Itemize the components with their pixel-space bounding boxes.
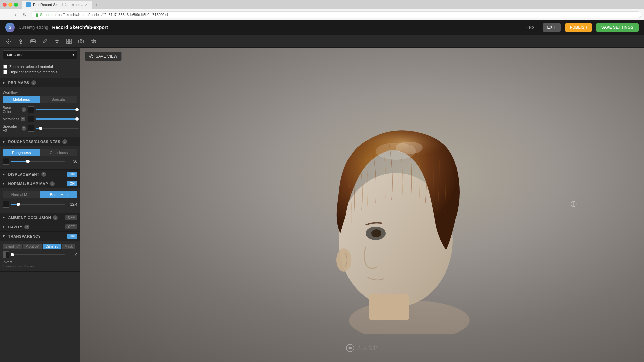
svg-point-18: [371, 229, 381, 237]
specular-tab[interactable]: Specular: [40, 96, 78, 103]
browser-chrome: Edit Record Sketchfab-expor... ✕ + ‹ › ↻…: [0, 0, 644, 20]
transparency-content: Blending* Additive* Dithered Mask 0 Inve…: [0, 241, 80, 272]
specular-help-icon[interactable]: ?: [22, 126, 26, 131]
cavity-toggle[interactable]: OFF: [65, 224, 77, 229]
transparency-swatch[interactable]: [3, 251, 9, 258]
roughness-section-header[interactable]: ▾ ROUGHNESS/GLOSSINESS ?: [0, 137, 80, 146]
highlight-checkbox[interactable]: [3, 70, 7, 74]
zoom-checkbox[interactable]: [3, 65, 7, 69]
help-button[interactable]: Help: [521, 23, 539, 32]
displacement-chevron-icon: ▸: [3, 172, 5, 176]
material-selector: hair-cards ▾: [0, 48, 80, 62]
base-color-slider[interactable]: [36, 109, 79, 110]
displacement-toggle[interactable]: ON: [67, 172, 77, 177]
normal-bump-section-header[interactable]: ▾ NORMAL/BUMP MAP ? ON: [0, 179, 80, 188]
roughness-swatch[interactable]: [3, 158, 9, 165]
close-button[interactable]: [3, 3, 7, 7]
ao-chevron-icon: ▸: [3, 215, 5, 220]
svg-point-2: [20, 40, 22, 42]
normal-bump-label: NORMAL/BUMP MAP: [8, 182, 48, 186]
back-button[interactable]: ‹: [3, 11, 9, 18]
checkbox-group: Zoom on selected material Highlight sele…: [0, 62, 80, 78]
settings-icon[interactable]: [4, 37, 13, 46]
save-settings-button[interactable]: SAVE SETTINGS: [596, 23, 639, 32]
ao-toggle[interactable]: OFF: [65, 215, 77, 220]
workflow-label: Workflow: [3, 90, 77, 94]
normal-swatch[interactable]: [3, 201, 9, 208]
highlight-checkbox-row[interactable]: Highlight selectable materials: [3, 70, 77, 74]
transparency-toggle[interactable]: ON: [67, 234, 77, 239]
cavity-section-header[interactable]: ▸ CAVITY ? OFF: [0, 222, 80, 232]
normal-slider[interactable]: [11, 204, 65, 205]
svg-rect-8: [67, 42, 69, 44]
reload-button[interactable]: ↻: [21, 11, 28, 18]
pin-icon[interactable]: [16, 37, 25, 46]
cavity-chevron-icon: ▸: [3, 225, 5, 229]
metalness-tab[interactable]: Metalness: [3, 96, 40, 103]
roughness-help-icon[interactable]: ?: [62, 139, 67, 144]
transparency-slider[interactable]: [11, 254, 65, 255]
audio-icon[interactable]: [89, 37, 98, 46]
tab-close-icon[interactable]: ✕: [85, 3, 88, 7]
transparency-slider-row: 0: [3, 251, 77, 258]
active-tab[interactable]: Edit Record Sketchfab-expor... ✕: [22, 1, 92, 9]
specular-swatch[interactable]: [28, 125, 34, 132]
secure-badge: Secure: [35, 13, 52, 17]
base-color-swatch[interactable]: [28, 106, 34, 113]
roughness-slider-row: 30: [3, 158, 77, 165]
roughness-tabs: Roughness Glossiness: [3, 149, 77, 156]
normal-map-tab[interactable]: Normal Map: [3, 191, 40, 198]
roughness-tab[interactable]: Roughness: [3, 149, 40, 156]
metalness-slider[interactable]: [36, 118, 79, 120]
blending-button[interactable]: Blending*: [3, 244, 22, 249]
viewport-background: 人人素材: [80, 48, 644, 362]
roughness-slider[interactable]: [11, 161, 65, 162]
specular-slider[interactable]: [36, 128, 79, 129]
normal-value: 12.4: [67, 202, 77, 206]
cavity-help-icon[interactable]: ?: [24, 225, 29, 229]
svg-rect-6: [67, 39, 69, 41]
normal-bump-tabs: Normal Map Bump Map: [3, 191, 77, 198]
save-view-button[interactable]: SAVE VIEW: [85, 52, 122, 61]
additive-button[interactable]: Additive*: [23, 244, 42, 249]
pbr-maps-section-header[interactable]: ▾ PBR MAPS ?: [0, 78, 80, 87]
bump-map-tab[interactable]: Bump Map: [40, 191, 78, 198]
mask-button[interactable]: Mask: [62, 244, 75, 249]
url-bar[interactable]: Secure https://sketchfab.com/models/ff2e…: [31, 11, 641, 18]
image-icon[interactable]: [28, 37, 38, 46]
ao-section-header[interactable]: ▸ AMBIENT OCCLUSION ? OFF: [0, 213, 80, 222]
zoom-checkbox-row[interactable]: Zoom on selected material: [3, 65, 77, 69]
displacement-help-icon[interactable]: ?: [41, 172, 46, 177]
camera-icon[interactable]: [76, 37, 86, 46]
metalness-row: Metalness ? 100: [3, 116, 77, 122]
displacement-section-header[interactable]: ▸ DISPLACEMENT ? ON: [0, 170, 80, 179]
edit-icon[interactable]: [40, 37, 50, 46]
svg-point-13: [91, 56, 92, 57]
transparency-section-header[interactable]: ▾ TRANSPARENCY ON: [0, 232, 80, 241]
material-dropdown[interactable]: hair-cards ▾: [3, 50, 77, 59]
metalness-help-icon[interactable]: ?: [21, 117, 25, 121]
exit-button[interactable]: EXIT: [543, 23, 561, 32]
glossiness-tab[interactable]: Glossiness: [40, 149, 78, 156]
model-name: Record Sketchfab-export: [52, 25, 108, 30]
invert-label: Invert: [3, 260, 77, 264]
new-tab-button[interactable]: +: [93, 1, 100, 8]
main-content: hair-cards ▾ Zoom on selected material H…: [0, 48, 644, 362]
base-color-label: Base Color ?: [3, 106, 26, 114]
maximize-button[interactable]: [14, 3, 18, 7]
svg-point-11: [80, 41, 82, 42]
publish-button[interactable]: PUBLISH: [565, 23, 592, 32]
metalness-swatch[interactable]: [28, 116, 34, 122]
specular-slider-container: 14.2: [36, 126, 80, 130]
grid-icon[interactable]: [64, 37, 74, 46]
ao-help-icon[interactable]: ?: [53, 215, 58, 220]
normal-bump-toggle[interactable]: ON: [67, 181, 77, 186]
location-icon[interactable]: [52, 37, 62, 46]
normal-bump-help-icon[interactable]: ?: [50, 181, 55, 186]
dithered-button[interactable]: Dithered: [43, 244, 61, 249]
pbr-help-icon[interactable]: ?: [31, 80, 36, 85]
base-color-help-icon[interactable]: ?: [22, 107, 26, 112]
forward-button[interactable]: ›: [12, 11, 19, 18]
minimize-button[interactable]: [8, 3, 12, 7]
app-container: S Currently editing Record Sketchfab-exp…: [0, 20, 644, 362]
